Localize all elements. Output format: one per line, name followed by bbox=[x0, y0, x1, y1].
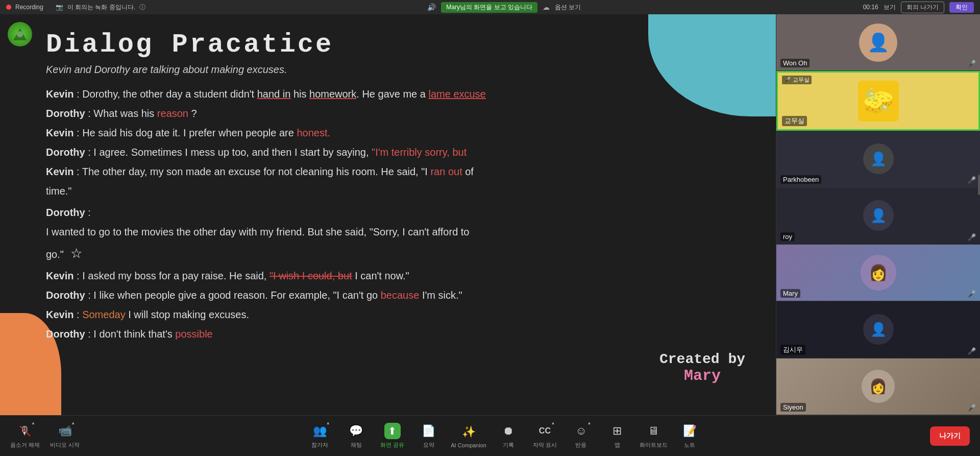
logo-icon bbox=[12, 27, 28, 42]
toolbar-right: 나가기 bbox=[930, 426, 970, 446]
speaker-kevin-3: Kevin bbox=[46, 166, 74, 177]
reaction-label: 반응 bbox=[575, 441, 586, 449]
participant-panel: 👤 Won Oh 🎤 🧽 🎤 교무실 교무실 👤 Parkhobeen 🎤 👤 … bbox=[776, 14, 980, 415]
line2-text-before: : What was his bbox=[88, 108, 157, 119]
share-info-icon: ⓘ bbox=[139, 3, 145, 12]
line9-text-after: I will stop making excuses. bbox=[128, 309, 249, 320]
dialog-line-3: Kevin : He said his dog ate it. I prefer… bbox=[46, 125, 750, 141]
whiteboard-label: 화이트보드 bbox=[640, 441, 668, 449]
tool-notes[interactable]: 📝 노트 bbox=[676, 423, 704, 449]
line3-highlight: honest. bbox=[297, 127, 330, 138]
dialog-line-5: Kevin : The other day, my son made an ex… bbox=[46, 163, 750, 180]
logo-circle bbox=[8, 22, 32, 46]
video-label: 비디오 시작 bbox=[50, 441, 80, 449]
slide-content: Dialog Pracatice Kevin and Dorothy are t… bbox=[0, 14, 776, 415]
whiteboard-icon: 🖥 bbox=[645, 423, 662, 439]
line4-text-before: : I agree. Sometimes I mess up too, and … bbox=[88, 147, 372, 158]
caption-label: 자막 표시 bbox=[533, 441, 557, 449]
tool-caption[interactable]: CC ▲ 자막 표시 bbox=[531, 423, 559, 449]
confirm-button[interactable]: 확인 bbox=[949, 2, 974, 13]
participant-parkhobeen[interactable]: 👤 Parkhobeen 🎤 bbox=[776, 131, 980, 187]
line2-text-after: ? bbox=[191, 108, 197, 119]
dialog-line-6c: go." ☆ bbox=[46, 243, 750, 265]
panel-scrollbar[interactable] bbox=[978, 175, 980, 195]
participant-spongebob[interactable]: 🧽 🎤 교무실 교무실 bbox=[776, 71, 980, 130]
participant-roy[interactable]: 👤 roy 🎤 bbox=[776, 187, 980, 244]
parkhobeen-mic-icon: 🎤 bbox=[968, 176, 976, 184]
spongebob-avatar: 🧽 bbox=[858, 81, 899, 122]
created-by-name: Mary bbox=[659, 367, 745, 385]
apps-label: 앱 bbox=[615, 441, 620, 449]
participants-icon: 👥 ▲ bbox=[312, 423, 328, 439]
leave-button[interactable]: 나가기 bbox=[930, 426, 970, 446]
recording-dot bbox=[6, 5, 11, 10]
won-oh-mic-icon: 🎤 bbox=[968, 60, 976, 67]
line8-text-after: I'm sick." bbox=[422, 290, 462, 301]
speaker-dorothy-5: Dorothy bbox=[46, 328, 85, 340]
ai-label: AI Companion bbox=[451, 442, 486, 448]
line10-text-before: : I don't think that's bbox=[88, 328, 175, 340]
participant-won-oh[interactable]: 👤 Won Oh 🎤 bbox=[776, 14, 980, 71]
speaker-kevin-5: Kevin bbox=[46, 309, 74, 320]
mary-photo: 👩 bbox=[776, 245, 980, 301]
mute-label: 음소거 해제 bbox=[10, 441, 40, 449]
line8-highlight: because bbox=[381, 290, 420, 301]
siyeon-name: Siyeon bbox=[780, 403, 806, 412]
summary-icon: 📄 bbox=[421, 423, 437, 439]
tool-apps[interactable]: ⊞ 앱 bbox=[603, 423, 631, 449]
reaction-icon: ☺ ▲ bbox=[573, 423, 589, 439]
dialog-line-6b: I wanted to go to the movies the other d… bbox=[46, 224, 750, 240]
kimsiwo-mic-icon: 🎤 bbox=[968, 347, 976, 355]
participants-label: 참가자 bbox=[311, 441, 328, 449]
tool-reaction[interactable]: ☺ ▲ 반응 bbox=[567, 423, 595, 449]
view-button[interactable]: 보기 bbox=[884, 3, 896, 12]
tool-summary[interactable]: 📄 요약 bbox=[414, 423, 443, 449]
mary-name: Mary bbox=[780, 289, 800, 298]
mute-caret: ▲ bbox=[31, 421, 35, 425]
line3-text-before: : He said his dog ate it. I prefer when … bbox=[77, 127, 297, 138]
apps-icon: ⊞ bbox=[609, 423, 625, 439]
cloud-icon: ☁ bbox=[543, 3, 550, 11]
tool-ai-companion[interactable]: ✨ AI Companion bbox=[451, 424, 486, 448]
share-viewing-label: Mary님의 화면을 보고 있습니다 bbox=[441, 2, 537, 13]
speaker-kevin-4: Kevin bbox=[46, 270, 74, 281]
record-label: 기록 bbox=[503, 441, 514, 449]
line4-highlight: "I'm terribly sorry, but bbox=[372, 147, 467, 158]
dialog-line-6: Dorothy : bbox=[46, 204, 750, 221]
dialog-line-5b: time." bbox=[46, 183, 750, 199]
kimsiwo-name: 김시우 bbox=[780, 345, 805, 355]
kimsiwo-avatar: 👤 bbox=[863, 314, 894, 345]
speaker-dorothy-3: Dorothy bbox=[46, 207, 85, 218]
mary-mic-icon: 🎤 bbox=[968, 290, 976, 298]
line7-text-before: : I asked my boss for a pay raise. He sa… bbox=[77, 270, 270, 281]
tool-mute[interactable]: 🎙 ▲ 음소거 해제 bbox=[10, 423, 40, 449]
tool-video[interactable]: 📹 ▲ 비디오 시작 bbox=[50, 423, 80, 449]
line9-highlight: Someday bbox=[82, 309, 126, 320]
participant-mary[interactable]: 👩 Mary 🎤 bbox=[776, 245, 980, 301]
bottom-toolbar: 🎙 ▲ 음소거 해제 📹 ▲ 비디오 시작 👥 ▲ 참가자 bbox=[0, 415, 980, 456]
created-by-line1: Created by bbox=[659, 351, 745, 367]
participant-kimsiwo[interactable]: 👤 김시우 🎤 bbox=[776, 301, 980, 358]
siyeon-mic-icon: 🎤 bbox=[968, 404, 976, 412]
siyeon-face: 👩 bbox=[862, 370, 895, 403]
tool-chat[interactable]: 💬 채팅 bbox=[342, 423, 370, 449]
leave-meeting-button[interactable]: 회의 나가기 bbox=[901, 2, 944, 13]
tool-share[interactable]: ⬆ 화면 공유 bbox=[378, 423, 406, 449]
dialog-line-10: Dorothy : I don't think that's possible bbox=[46, 326, 750, 342]
logo-area bbox=[8, 22, 32, 46]
tool-whiteboard[interactable]: 🖥 화이트보드 bbox=[640, 423, 668, 449]
roy-name: roy bbox=[780, 232, 795, 241]
top-bar-center: 🔊 Mary님의 화면을 보고 있습니다 ☁ 옵션 보기 bbox=[427, 2, 581, 13]
speaker-kevin-2: Kevin bbox=[46, 127, 74, 138]
line7-highlight: "I wish I could, but bbox=[270, 270, 352, 281]
roy-mic-icon: 🎤 bbox=[968, 233, 976, 241]
chat-icon: 💬 bbox=[348, 423, 364, 439]
tool-participants[interactable]: 👥 ▲ 참가자 bbox=[306, 423, 334, 449]
line6-colon: : bbox=[88, 207, 91, 218]
dialog-line-9: Kevin : Someday I will stop making excus… bbox=[46, 306, 750, 323]
star-annotation: ☆ bbox=[70, 243, 82, 265]
tool-record[interactable]: ⏺ 기록 bbox=[495, 423, 523, 449]
participant-siyeon[interactable]: 👩 Siyeon 🎤 bbox=[776, 358, 980, 415]
options-label[interactable]: 옵션 보기 bbox=[555, 3, 581, 12]
reaction-caret: ▲ bbox=[587, 421, 592, 425]
